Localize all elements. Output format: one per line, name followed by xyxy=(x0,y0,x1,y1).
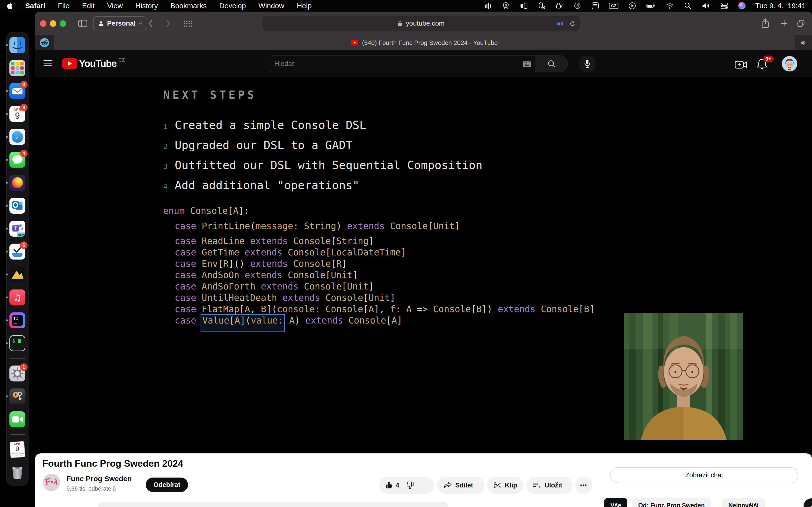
dock-item-things-tasks[interactable]: 6 xyxy=(9,243,26,260)
chat-filter-chip[interactable]: Vše xyxy=(604,498,627,507)
chip-scroll-button[interactable]: › xyxy=(804,498,812,507)
more-actions-button[interactable]: ••• xyxy=(575,477,592,494)
account-avatar[interactable] xyxy=(782,56,797,71)
save-button[interactable]: Uložit xyxy=(526,477,572,494)
hamburger-menu-icon[interactable] xyxy=(44,60,52,66)
dock-item-outlook[interactable] xyxy=(9,198,26,214)
subscribe-button[interactable]: Odebírat xyxy=(146,477,188,492)
control-center-icon[interactable] xyxy=(720,2,729,10)
voice-search-button[interactable] xyxy=(579,55,596,72)
active-tab[interactable]: (540) Fourth Func Prog Sweden 2024 - You… xyxy=(54,35,795,50)
dock-item-messages[interactable]: 4 xyxy=(9,152,26,168)
reddit-favicon xyxy=(40,38,49,47)
show-chat-button[interactable]: Zobrazit chat xyxy=(610,467,798,483)
password-lock-icon[interactable] xyxy=(555,2,564,10)
tab-overview-icon[interactable] xyxy=(797,19,805,27)
dock-item-music[interactable]: ♫ xyxy=(9,289,26,305)
zoom-window-button[interactable] xyxy=(60,20,66,27)
keyboard-icon[interactable] xyxy=(522,61,531,67)
safari-window: Personal youtube.com xyxy=(35,12,812,507)
media-play-icon[interactable] xyxy=(628,2,636,10)
audio-levels-icon[interactable] xyxy=(484,2,492,10)
back-button[interactable] xyxy=(148,19,153,27)
menu-view[interactable]: View xyxy=(107,2,122,10)
description-box[interactable] xyxy=(98,502,448,507)
menu-bookmarks[interactable]: Bookmarks xyxy=(170,2,207,10)
menu-file[interactable]: File xyxy=(58,2,69,10)
menu-safari[interactable]: Safari xyxy=(25,2,45,10)
chat-filter-chip[interactable]: Nejnovější xyxy=(722,498,765,507)
region-label: CZ xyxy=(118,57,125,63)
clip-button[interactable]: Klip xyxy=(487,477,524,494)
dock-item-intellij-idea[interactable]: IJ xyxy=(9,313,26,328)
dislike-button[interactable] xyxy=(406,481,414,489)
menu-history[interactable]: History xyxy=(135,2,158,10)
dock-item-calendar-event-file[interactable]: APR9Fourth Func Prog Swed..17:00 – 19:00 xyxy=(9,442,26,457)
spotlight-icon[interactable] xyxy=(684,2,692,10)
reload-icon[interactable] xyxy=(569,20,576,27)
dock-item-trash[interactable] xyxy=(9,464,26,481)
slide-step: 3Outfitted our DSL with Sequential Compo… xyxy=(163,158,483,178)
profile-button[interactable]: Personal xyxy=(93,16,147,31)
new-tab-plus-icon[interactable] xyxy=(780,20,788,27)
siri-icon[interactable] xyxy=(738,2,746,9)
tab-overview-grid-icon[interactable] xyxy=(183,20,193,27)
stage-manager-icon[interactable] xyxy=(520,2,528,10)
dock-item-mail[interactable]: 3 xyxy=(9,83,26,99)
code-line: case ReadLine extends Console[String] xyxy=(163,235,595,247)
running-indicator xyxy=(6,274,8,276)
volume-icon[interactable] xyxy=(702,2,710,10)
time-machine-icon[interactable] xyxy=(573,2,581,10)
battery-icon[interactable] xyxy=(646,2,656,10)
address-bar[interactable]: youtube.com xyxy=(262,16,580,31)
dock-item-system-settings[interactable]: 1 xyxy=(9,365,26,382)
menu-bar-clock[interactable]: Tue 9. 4. 19:41 xyxy=(755,2,806,10)
dock-item-facetime[interactable] xyxy=(9,411,26,427)
status-icons: SCZ xyxy=(484,2,746,10)
dock-item-launchpad[interactable] xyxy=(9,60,26,76)
code-block: enum Console[A]:case PrintLine(message: … xyxy=(163,205,595,326)
dock-item-microsoft-teams[interactable]: TNEW xyxy=(9,221,26,237)
search-box[interactable] xyxy=(266,55,535,72)
text-recognition-icon[interactable] xyxy=(591,2,599,10)
dock-item-calendar[interactable]: APR98 xyxy=(9,106,26,122)
setapp-icon[interactable]: S xyxy=(502,2,510,10)
channel-avatar[interactable]: Fλ xyxy=(43,474,60,491)
dock-item-finder[interactable] xyxy=(9,37,26,53)
pinned-tab-reddit[interactable] xyxy=(35,35,54,50)
search-input[interactable] xyxy=(274,60,520,68)
menu-develop[interactable]: Develop xyxy=(219,2,246,10)
person-icon xyxy=(98,20,104,26)
chat-filter-chip[interactable]: Od: Func Prog Sweden xyxy=(632,498,711,507)
search-button[interactable] xyxy=(535,55,568,72)
profile-label: Personal xyxy=(107,19,136,27)
dock-item-mountain-app[interactable] xyxy=(9,267,26,282)
close-window-button[interactable] xyxy=(40,20,46,27)
like-button[interactable]: 4 xyxy=(385,481,399,489)
minimize-window-button[interactable] xyxy=(50,20,56,27)
dock-item-keychain[interactable] xyxy=(9,388,26,404)
svg-text:T: T xyxy=(14,225,17,231)
apple-menu-icon[interactable] xyxy=(6,2,12,10)
forward-button[interactable] xyxy=(165,19,170,27)
input-source-czech[interactable]: CZ xyxy=(609,3,618,9)
peripheral-icon[interactable] xyxy=(538,2,546,10)
menu-help[interactable]: Help xyxy=(297,2,312,10)
channel-name[interactable]: Func Prog Sweden xyxy=(66,475,132,483)
wifi-icon[interactable] xyxy=(665,2,674,10)
create-video-icon[interactable] xyxy=(735,60,747,69)
tab-audio-indicator-icon[interactable] xyxy=(800,40,807,46)
sidebar-toggle-button[interactable] xyxy=(78,20,87,27)
menu-edit[interactable]: Edit xyxy=(82,2,95,10)
dock-item-firefox[interactable] xyxy=(9,175,26,191)
share-button[interactable]: Sdílet xyxy=(437,477,484,494)
youtube-logo[interactable]: YouTube CZ xyxy=(62,58,125,69)
dock-badge: 4 xyxy=(20,150,28,157)
dock-item-safari[interactable] xyxy=(9,129,26,145)
dock-item-terminal[interactable]: $ xyxy=(9,335,26,351)
share-icon[interactable] xyxy=(761,18,769,29)
video-player[interactable]: NEXT STEPS 1Created a simple Console DSL… xyxy=(35,77,812,453)
tab-audio-mute-icon[interactable] xyxy=(557,20,564,27)
running-indicator xyxy=(6,320,8,321)
menu-window[interactable]: Window xyxy=(258,2,284,10)
